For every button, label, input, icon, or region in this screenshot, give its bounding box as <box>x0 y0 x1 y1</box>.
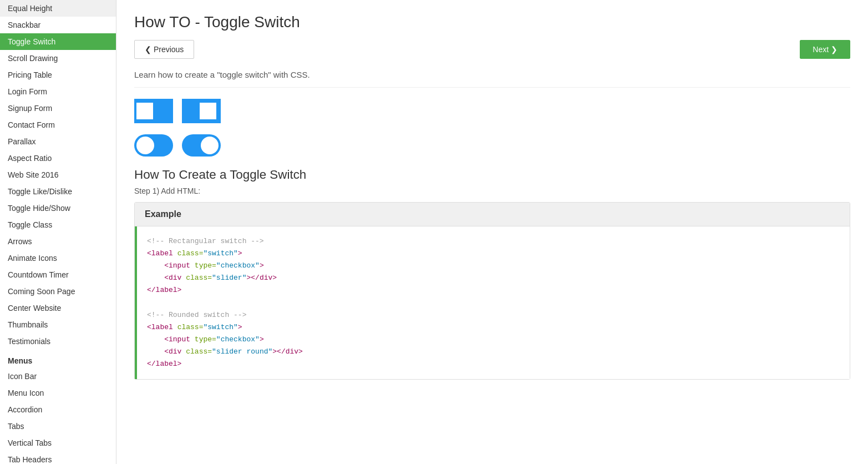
sidebar-item-menu-icon[interactable]: Menu Icon <box>0 385 116 401</box>
main-content: How TO - Toggle Switch ❮ Previous Next ❯… <box>116 0 868 464</box>
sidebar-item-testimonials[interactable]: Testimonials <box>0 333 116 350</box>
page-title: How TO - Toggle Switch <box>134 13 850 31</box>
sidebar-item-toggle-switch[interactable]: Toggle Switch <box>0 33 116 50</box>
next-button[interactable]: Next ❯ <box>800 40 850 59</box>
sidebar-item-toggle-hide-show[interactable]: Toggle Hide/Show <box>0 200 116 216</box>
sidebar-item-thumbnails[interactable]: Thumbnails <box>0 316 116 333</box>
sidebar-item-animate-icons[interactable]: Animate Icons <box>0 250 116 266</box>
example-box: Example <!-- Rectangular switch --> <lab… <box>134 202 850 380</box>
description-text: Learn how to create a "toggle switch" wi… <box>134 70 850 88</box>
sidebar-item-scroll-drawing[interactable]: Scroll Drawing <box>0 50 116 67</box>
example-label: Example <box>135 203 850 226</box>
section-title: How To Create a Toggle Switch <box>134 168 850 182</box>
sidebar-item-tab-headers[interactable]: Tab Headers <box>0 451 116 464</box>
sidebar-item-tabs[interactable]: Tabs <box>0 418 116 435</box>
sidebar-item-aspect-ratio[interactable]: Aspect Ratio <box>0 150 116 167</box>
sidebar-menus-label: Menus <box>0 350 116 368</box>
toggle-round-checked[interactable] <box>182 134 221 157</box>
sidebar-item-vertical-tabs[interactable]: Vertical Tabs <box>0 435 116 451</box>
toggle-rect-checked[interactable] <box>182 99 221 123</box>
code-area: <!-- Rectangular switch --> <label class… <box>135 226 850 379</box>
sidebar-item-accordion[interactable]: Accordion <box>0 401 116 418</box>
sidebar-item-center-website[interactable]: Center Website <box>0 300 116 316</box>
sidebar-item-countdown-timer[interactable]: Countdown Timer <box>0 266 116 283</box>
sidebar-item-snackbar[interactable]: Snackbar <box>0 17 116 33</box>
prev-button[interactable]: ❮ Previous <box>134 40 194 59</box>
sidebar-item-equal-height[interactable]: Equal Height <box>0 0 116 17</box>
sidebar-item-arrows[interactable]: Arrows <box>0 233 116 250</box>
toggle-rect-unchecked[interactable] <box>134 99 173 123</box>
sidebar-item-signup-form[interactable]: Signup Form <box>0 100 116 117</box>
sidebar-item-pricing-table[interactable]: Pricing Table <box>0 67 116 83</box>
sidebar-item-toggle-class[interactable]: Toggle Class <box>0 216 116 233</box>
sidebar-item-web-site-2016[interactable]: Web Site 2016 <box>0 167 116 183</box>
sidebar-item-parallax[interactable]: Parallax <box>0 133 116 150</box>
sidebar-item-login-form[interactable]: Login Form <box>0 83 116 100</box>
sidebar-item-contact-form[interactable]: Contact Form <box>0 117 116 133</box>
sidebar-item-toggle-like-dislike[interactable]: Toggle Like/Dislike <box>0 183 116 200</box>
sidebar: Equal HeightSnackbarToggle SwitchScroll … <box>0 0 116 464</box>
nav-buttons: ❮ Previous Next ❯ <box>134 40 850 59</box>
demo-area-round <box>134 134 850 157</box>
sidebar-item-coming-soon-page[interactable]: Coming Soon Page <box>0 283 116 300</box>
step-label: Step 1) Add HTML: <box>134 186 850 195</box>
toggle-round-unchecked[interactable] <box>134 134 173 157</box>
demo-area <box>134 99 850 123</box>
sidebar-item-icon-bar[interactable]: Icon Bar <box>0 368 116 385</box>
